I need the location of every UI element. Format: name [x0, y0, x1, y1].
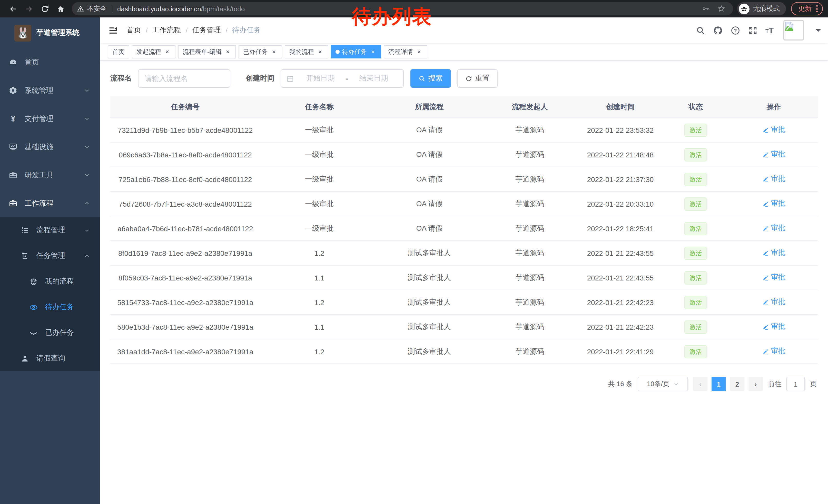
workflow-submenu: 流程管理 任务管理 我的流程 待办任务	[0, 217, 100, 371]
sidebar-item-infra[interactable]: 基础设施	[0, 133, 100, 161]
navbar: 首页 / 工作流程 / 任务管理 / 待办任务 ? TT	[100, 17, 828, 43]
task-id: 8f0d1619-7ac8-11ec-a9e2-a2380e71991a	[110, 249, 260, 257]
sidebar-item-label: 请假查询	[36, 354, 65, 363]
breadcrumb-workflow[interactable]: 工作流程	[152, 26, 181, 35]
close-icon[interactable]: ×	[416, 48, 423, 55]
fullscreen-icon[interactable]	[748, 26, 758, 35]
table-row: 8f0d1619-7ac8-11ec-a9e2-a2380e71991a1.2测…	[110, 241, 818, 266]
process-name-input[interactable]	[138, 69, 230, 88]
back-icon[interactable]	[9, 4, 17, 13]
tab-process-detail[interactable]: 流程详情×	[384, 45, 427, 58]
sidebar-item-todo-tasks[interactable]: 待办任务	[0, 294, 100, 320]
close-icon[interactable]: ×	[271, 48, 278, 55]
sidebar-item-system[interactable]: 系统管理	[0, 77, 100, 104]
avatar[interactable]	[783, 20, 804, 41]
breadcrumb-separator: /	[226, 26, 228, 34]
tab-my-process[interactable]: 我的流程×	[285, 45, 328, 58]
task-id: 381aa1dd-7ac8-11ec-a9e2-a2380e71991a	[110, 348, 260, 356]
page-size-select[interactable]: 10条/页	[638, 377, 688, 391]
approve-link[interactable]: 审批	[762, 273, 785, 282]
table-row: 58154733-7ac8-11ec-a9e2-a2380e71991a1.2测…	[110, 290, 818, 315]
approve-link[interactable]: 审批	[762, 150, 785, 159]
sidebar-item-leave-query[interactable]: 请假查询	[0, 346, 100, 371]
reset-button[interactable]: 重置	[457, 69, 498, 88]
sidebar-fold-icon[interactable]	[108, 26, 118, 35]
task-id: 069c6a63-7b8a-11ec-8ef0-acde48001122	[110, 150, 260, 159]
reload-icon[interactable]	[41, 4, 49, 13]
filter-form: 流程名 创建时间 开始日期 - 结束日期 搜索	[110, 69, 818, 88]
update-chip[interactable]: 更新	[791, 2, 823, 15]
approve-link[interactable]: 审批	[762, 248, 785, 258]
status-badge: 激活	[685, 345, 707, 358]
sidebar-item-process-mgmt[interactable]: 流程管理	[0, 217, 100, 243]
sidebar-item-payment[interactable]: ¥ 支付管理	[0, 104, 100, 133]
sidebar-item-done-tasks[interactable]: 已办任务	[0, 320, 100, 346]
create-time-label: 创建时间	[246, 74, 275, 83]
sidebar-item-task-mgmt[interactable]: 任务管理	[0, 243, 100, 269]
status-badge: 激活	[685, 148, 707, 161]
security-chip[interactable]: 不安全	[77, 4, 107, 13]
browser-menu-icon[interactable]	[816, 5, 818, 12]
col-task-name: 任务名称	[260, 102, 379, 111]
next-page-button[interactable]: ›	[748, 377, 763, 391]
search-icon[interactable]	[696, 26, 705, 35]
close-icon[interactable]: ×	[317, 48, 324, 55]
tab-form-edit[interactable]: 流程表单-编辑×	[178, 45, 236, 58]
approve-link[interactable]: 审批	[762, 297, 785, 307]
bookmark-star-icon[interactable]	[717, 5, 726, 13]
goto-page-input[interactable]	[786, 377, 805, 391]
page-button-1[interactable]: 1	[711, 377, 726, 391]
breadcrumb-home[interactable]: 首页	[127, 26, 141, 35]
password-key-icon[interactable]	[702, 5, 710, 13]
help-icon[interactable]: ?	[731, 26, 740, 35]
tab-home[interactable]: 首页	[108, 45, 129, 58]
date-range-picker[interactable]: 开始日期 - 结束日期	[281, 69, 404, 88]
tags-view: 首页 发起流程× 流程表单-编辑× 已办任务× 我的流程× 待办任务× 流程详情…	[100, 43, 828, 60]
face-icon	[29, 277, 38, 286]
col-starter: 流程发起人	[480, 102, 579, 111]
approve-link[interactable]: 审批	[762, 347, 785, 356]
status-badge: 激活	[685, 173, 707, 186]
tab-todo-tasks[interactable]: 待办任务×	[331, 45, 381, 58]
app-logo[interactable]: 🐰 芋道管理系统	[0, 17, 100, 48]
page-button-2[interactable]: 2	[730, 377, 744, 391]
refresh-icon	[465, 75, 472, 82]
sidebar-item-my-process[interactable]: 我的流程	[0, 269, 100, 294]
breadcrumb-task-mgmt[interactable]: 任务管理	[192, 26, 221, 35]
home-icon[interactable]	[56, 4, 65, 13]
edit-icon	[762, 348, 769, 355]
close-icon[interactable]: ×	[164, 48, 171, 55]
broken-image-icon	[785, 21, 794, 31]
approve-link[interactable]: 审批	[762, 224, 785, 233]
table-row: a6aba0a4-7b6d-11ec-b781-acde48001122一级审批…	[110, 216, 818, 241]
task-id: 8f059c03-7ac8-11ec-a9e2-a2380e71991a	[110, 274, 260, 282]
sidebar-item-label: 工作流程	[25, 199, 53, 208]
tab-done-tasks[interactable]: 已办任务×	[239, 45, 282, 58]
eye-closed-icon	[29, 328, 38, 337]
incognito-label: 无痕模式	[753, 4, 780, 13]
approve-link[interactable]: 审批	[762, 199, 785, 209]
sidebar-item-home[interactable]: 首页	[0, 48, 100, 77]
approve-link[interactable]: 审批	[762, 125, 785, 135]
sidebar-item-devtools[interactable]: 研发工具	[0, 161, 100, 189]
start-date-placeholder: 开始日期	[296, 74, 345, 83]
approve-link[interactable]: 审批	[762, 175, 785, 184]
prev-page-button[interactable]: ‹	[693, 377, 707, 391]
col-actions: 操作	[730, 102, 818, 111]
col-task-id: 任务编号	[110, 102, 260, 111]
tab-start-process[interactable]: 发起流程×	[132, 45, 175, 58]
approve-link[interactable]: 审批	[762, 322, 785, 331]
forward-icon[interactable]	[25, 4, 33, 13]
avatar-caret-icon[interactable]	[816, 29, 821, 34]
font-size-icon[interactable]: TT	[765, 27, 774, 34]
table-row: 75d72608-7b7f-11ec-a3c8-acde48001122一级审批…	[110, 192, 818, 216]
sidebar-item-label: 研发工具	[25, 171, 53, 180]
close-icon[interactable]: ×	[224, 48, 232, 55]
annotation-todo-list: 待办列表	[352, 4, 432, 30]
logo-image: 🐰	[14, 25, 31, 41]
sidebar-item-workflow[interactable]: 工作流程	[0, 189, 100, 217]
close-icon[interactable]: ×	[369, 48, 377, 55]
github-icon[interactable]	[713, 26, 723, 35]
briefcase-icon	[9, 199, 17, 208]
search-button[interactable]: 搜索	[410, 69, 451, 88]
